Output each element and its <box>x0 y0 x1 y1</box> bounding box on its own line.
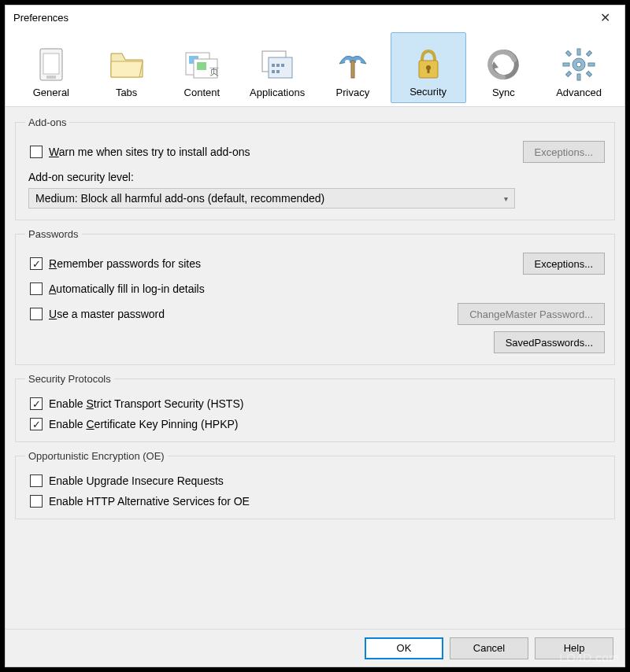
titlebar: Preferences ✕ <box>6 6 624 29</box>
group-legend: Security Protocols <box>25 373 114 385</box>
tab-label: General <box>33 87 69 98</box>
tab-label: Security <box>410 86 447 98</box>
warn-addons-label: Warn me when sites try to install add-on… <box>49 146 250 158</box>
master-password-label: Use a master password <box>49 308 165 320</box>
svg-point-22 <box>576 62 581 67</box>
svg-rect-1 <box>43 54 59 74</box>
upgrade-insecure-label: Enable Upgrade Insecure Requests <box>49 474 224 487</box>
svg-rect-30 <box>566 71 572 76</box>
saved-passwords-button[interactable]: Saved Passwords... <box>494 331 605 353</box>
hpkp-checkbox[interactable] <box>30 418 43 430</box>
tab-sync[interactable]: Sync <box>466 32 542 103</box>
warn-addons-checkbox[interactable] <box>30 146 43 158</box>
tab-label: Privacy <box>336 87 370 98</box>
addon-level-label: Add-on security level: <box>28 171 605 183</box>
category-toolbar: General Tabs 页 Content <box>6 29 624 106</box>
group-legend: Add-ons <box>25 116 69 128</box>
svg-rect-10 <box>272 64 275 67</box>
altsvc-checkbox[interactable] <box>30 495 43 508</box>
master-password-checkbox[interactable] <box>30 308 43 320</box>
svg-rect-24 <box>577 74 580 80</box>
addon-level-value: Medium: Block all harmful add-ons (defau… <box>35 192 324 205</box>
addon-level-select[interactable]: Medium: Block all harmful add-ons (defau… <box>28 188 515 209</box>
hsts-label: Enable Strict Transport Security (HSTS) <box>49 397 243 410</box>
advanced-icon <box>560 46 598 83</box>
autofill-checkbox[interactable] <box>30 282 43 295</box>
close-icon[interactable]: ✕ <box>594 7 617 28</box>
svg-rect-20 <box>427 68 429 73</box>
change-master-password-button[interactable]: Change Master Password... <box>458 303 605 325</box>
remember-passwords-label: Remember passwords for sites <box>49 257 201 270</box>
tab-privacy[interactable]: Privacy <box>315 32 391 103</box>
preferences-window: Preferences ✕ General Tabs <box>5 5 625 667</box>
svg-rect-17 <box>351 61 354 78</box>
svg-point-15 <box>345 60 350 65</box>
group-protocols: Security Protocols Enable Strict Transpo… <box>15 373 615 442</box>
autofill-label: Automatically fill in log-in details <box>49 282 205 295</box>
svg-point-16 <box>356 60 361 65</box>
content-pane: Add-ons Warn me when sites try to instal… <box>6 106 624 629</box>
group-legend: Passwords <box>25 228 82 240</box>
svg-rect-14 <box>276 70 280 73</box>
tab-label: Content <box>184 87 220 98</box>
svg-rect-25 <box>563 63 569 66</box>
tab-label: Tabs <box>116 87 137 98</box>
passwords-exceptions-button[interactable]: Exceptions... <box>523 253 605 275</box>
svg-rect-12 <box>281 64 284 67</box>
upgrade-insecure-checkbox[interactable] <box>30 474 43 487</box>
tab-content[interactable]: 页 Content <box>165 32 240 103</box>
tab-general[interactable]: General <box>13 32 89 103</box>
altsvc-label: Enable HTTP Alternative Services for OE <box>49 495 250 508</box>
tab-label: Sync <box>492 87 515 98</box>
svg-rect-9 <box>269 57 292 78</box>
applications-icon <box>258 46 296 83</box>
tab-advanced[interactable]: Advanced <box>541 32 617 103</box>
svg-rect-29 <box>587 50 592 56</box>
tab-security[interactable]: Security <box>391 32 466 103</box>
tabs-icon <box>108 46 146 83</box>
svg-rect-27 <box>566 50 572 56</box>
svg-rect-6 <box>197 62 206 70</box>
addons-exceptions-button[interactable]: Exceptions... <box>523 141 605 163</box>
remember-passwords-checkbox[interactable] <box>30 257 43 270</box>
sync-icon <box>484 46 522 83</box>
hsts-checkbox[interactable] <box>30 397 43 410</box>
svg-rect-13 <box>272 70 275 73</box>
tab-tabs[interactable]: Tabs <box>89 32 165 103</box>
tab-label: Advanced <box>556 87 602 98</box>
hpkp-label: Enable Certificate Key Pinning (HPKP) <box>49 418 238 430</box>
dialog-footer: OK Cancel Help <box>6 629 624 666</box>
svg-text:页: 页 <box>209 66 219 77</box>
general-icon <box>32 46 70 83</box>
content-icon: 页 <box>183 46 220 83</box>
tab-applications[interactable]: Applications <box>239 32 315 103</box>
chevron-down-icon: ▾ <box>504 194 508 203</box>
svg-rect-11 <box>276 64 280 67</box>
ok-button[interactable]: OK <box>365 637 443 659</box>
group-passwords: Passwords Remember passwords for sites E… <box>15 228 615 365</box>
watermark: LO4D.com <box>559 651 619 664</box>
tab-label: Applications <box>250 87 305 98</box>
group-oe: Opportunistic Encryption (OE) Enable Upg… <box>15 450 615 519</box>
svg-rect-26 <box>588 63 595 66</box>
privacy-icon <box>334 46 372 83</box>
svg-rect-2 <box>46 76 56 79</box>
window-title: Preferences <box>13 12 594 24</box>
group-legend: Opportunistic Encryption (OE) <box>25 450 168 462</box>
security-icon <box>410 45 447 83</box>
group-addons: Add-ons Warn me when sites try to instal… <box>15 116 615 220</box>
svg-rect-23 <box>577 49 580 55</box>
svg-rect-28 <box>587 71 592 76</box>
cancel-button[interactable]: Cancel <box>450 637 528 659</box>
